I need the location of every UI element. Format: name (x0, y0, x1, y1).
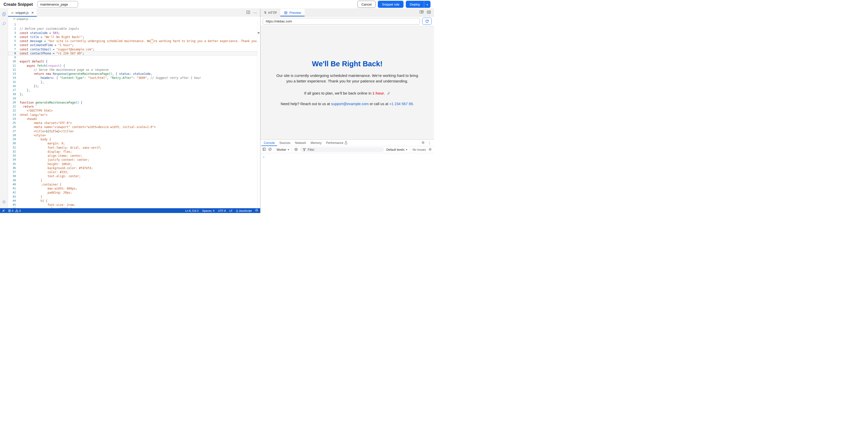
breadcrumb[interactable]: JS snippet.js › … (8, 17, 260, 21)
code-line[interactable]: 44 h1 { (8, 199, 260, 203)
code-line[interactable]: 27 <title>${title}</title> (8, 129, 260, 133)
code-line[interactable]: 20function generateMaintenancePage() { (8, 101, 260, 105)
line-number[interactable]: 38 (8, 174, 20, 178)
line-number[interactable]: 16 (8, 84, 20, 88)
line-number[interactable]: 45 (8, 203, 20, 207)
files-icon[interactable] (1, 11, 7, 17)
code-line[interactable]: 19 (8, 96, 260, 101)
code-line[interactable]: 28 <style> (8, 133, 260, 137)
code-line[interactable]: 15 }, (8, 80, 260, 84)
preview-url-input[interactable] (263, 18, 420, 25)
code-line[interactable]: 37 color: #333; (8, 170, 260, 174)
line-number[interactable]: 44 (8, 199, 20, 203)
line-number[interactable]: 42 (8, 191, 20, 195)
console-filter-input[interactable]: Filter (300, 147, 384, 152)
devtools-tab-network[interactable]: Network (293, 140, 308, 146)
live-expression-eye-icon[interactable] (294, 147, 298, 152)
console-output[interactable]: › (260, 153, 434, 213)
line-number[interactable]: 26 (8, 125, 20, 129)
line-number[interactable]: 28 (8, 133, 20, 137)
line-number[interactable]: 7 (8, 47, 20, 51)
notifications-bell-icon[interactable] (255, 209, 258, 212)
devtools-tab-console[interactable]: Console (261, 140, 277, 146)
minimap-scrollbar[interactable] (257, 21, 260, 208)
line-number[interactable]: 11 (8, 64, 20, 68)
code-line[interactable]: 43 } (8, 195, 260, 199)
line-number[interactable]: 8 (8, 51, 20, 55)
code-line[interactable]: 32 display: flex; (8, 150, 260, 154)
discord-icon[interactable] (427, 10, 431, 15)
breadcrumb-more[interactable]: … (32, 18, 34, 21)
code-line[interactable]: 25 <meta charset="UTF-8"> (8, 121, 260, 125)
indentation[interactable]: Spaces: 4 (202, 209, 214, 212)
line-number[interactable]: 43 (8, 195, 20, 199)
devtools-settings-gear-icon[interactable] (421, 141, 425, 145)
refresh-button[interactable] (422, 18, 432, 25)
line-number[interactable]: 9 (8, 55, 20, 59)
devtools-tab-performance[interactable]: Performance (324, 140, 350, 146)
language-mode[interactable]: {} JavaScript (236, 209, 252, 212)
code-line[interactable]: 4const title = "We'll Be Right Back!"; (8, 35, 260, 39)
code-line[interactable]: 36 background-color: #f4f4f4; (8, 166, 260, 170)
line-number[interactable]: 15 (8, 80, 20, 84)
devtools-tab-sources[interactable]: Sources (277, 140, 293, 146)
code-line[interactable]: 6const estimatedTime = "1 hour"; (8, 43, 260, 47)
remote-indicator-icon[interactable] (2, 209, 5, 212)
code-line[interactable]: 12 // Serve the maintenance page as a re… (8, 68, 260, 72)
devtools-tab-memory[interactable]: Memory (308, 140, 324, 146)
phone-link[interactable]: +1 234 567 89 (390, 102, 413, 106)
line-number[interactable]: 1 (8, 23, 20, 27)
line-number[interactable]: 31 (8, 146, 20, 150)
line-number[interactable]: 29 (8, 137, 20, 141)
settings-gear-icon[interactable] (1, 199, 7, 205)
code-line[interactable]: 16 }); (8, 84, 260, 88)
code-line[interactable]: 33 align-items: center; (8, 154, 260, 158)
line-number[interactable]: 13 (8, 72, 20, 76)
code-line[interactable]: 38 text-align: center; (8, 174, 260, 178)
console-sidebar-toggle-icon[interactable] (262, 147, 266, 152)
code-line[interactable]: 23<html lang="en"> (8, 113, 260, 117)
code-area[interactable]: 12// Define your customizable inputs3con… (8, 21, 260, 208)
code-line[interactable]: 40 .container { (8, 182, 260, 187)
line-number[interactable]: 20 (8, 101, 20, 105)
encoding[interactable]: UTF-8 (218, 209, 226, 212)
code-line[interactable]: 21 return ` (8, 105, 260, 109)
line-number[interactable]: 35 (8, 162, 20, 166)
eol-sequence[interactable]: LF (229, 209, 232, 212)
line-number[interactable]: 17 (8, 88, 20, 92)
deploy-button[interactable]: Deploy (406, 1, 424, 8)
code-line[interactable]: 31 font-family: Arial, sans-serif; (8, 146, 260, 150)
code-line[interactable]: 17 }, (8, 88, 260, 92)
line-number[interactable]: 10 (8, 59, 20, 63)
log-levels-dropdown[interactable]: Default levels▼ (386, 148, 408, 151)
tab-snippet-js[interactable]: JS snippet.js ✕ (8, 9, 37, 17)
code-line[interactable]: 5const message = "Our site is currently … (8, 39, 260, 43)
line-number[interactable]: 24 (8, 117, 20, 121)
code-line[interactable]: 22 <!DOCTYPE html> (8, 109, 260, 113)
deploy-dropdown-button[interactable]: ▾ (424, 1, 431, 8)
snippet-rule-button[interactable]: Snippet rule (378, 1, 403, 8)
line-number[interactable]: 21 (8, 105, 20, 109)
line-number[interactable]: 34 (8, 158, 20, 162)
line-number[interactable]: 5 (8, 39, 20, 43)
tab-preview[interactable]: Preview (280, 9, 305, 17)
code-line[interactable]: 29 body { (8, 137, 260, 141)
code-line[interactable]: 7const contactEmail = "support@example.c… (8, 47, 260, 51)
line-number[interactable]: 41 (8, 187, 20, 191)
line-number[interactable]: 23 (8, 113, 20, 117)
line-number[interactable]: 40 (8, 182, 20, 187)
line-number[interactable]: 4 (8, 35, 20, 39)
email-link[interactable]: support@example.com (331, 102, 369, 106)
clear-console-icon[interactable] (268, 147, 272, 152)
code-line[interactable]: 10export default { (8, 59, 260, 63)
line-number[interactable]: 6 (8, 43, 20, 47)
line-number[interactable]: 30 (8, 141, 20, 145)
code-line[interactable]: 18}; (8, 92, 260, 96)
line-number[interactable]: 39 (8, 178, 20, 182)
line-number[interactable]: 12 (8, 68, 20, 72)
issues-counter[interactable]: No Issues (412, 148, 426, 151)
devtools-kebab-menu-icon[interactable]: ⋮ (428, 141, 432, 145)
line-number[interactable]: 3 (8, 31, 20, 35)
line-number[interactable]: 18 (8, 92, 20, 96)
code-line[interactable]: 14 headers: { "Content-Type": "text/html… (8, 76, 260, 80)
